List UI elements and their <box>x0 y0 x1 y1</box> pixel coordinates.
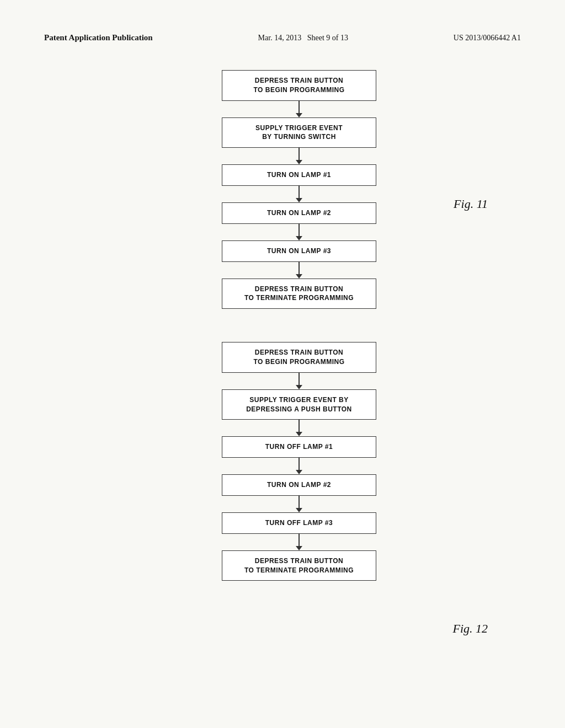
figure-12-label: Fig. 12 <box>452 622 488 636</box>
fig12-box-5: TURN OFF LAMP #3 <box>222 512 376 534</box>
fig12-box-3: TURN OFF LAMP #1 <box>222 436 376 458</box>
header-title: Patent Application Publication <box>44 33 153 42</box>
page-header: Patent Application Publication Mar. 14, … <box>44 33 521 42</box>
fig12-box-6: DEPRESS TRAIN BUTTONTO TERMINATE PROGRAM… <box>222 550 376 581</box>
fig11-arrow-3 <box>296 186 302 202</box>
fig12-arrow-5 <box>296 534 302 550</box>
fig12-arrow-2 <box>296 420 302 436</box>
fig11-box-2: SUPPLY TRIGGER EVENTBY TURNING SWITCH <box>222 117 376 148</box>
fig11-arrow-4 <box>296 224 302 240</box>
fig12-box-4: TURN ON LAMP #2 <box>222 474 376 496</box>
fig11-arrow-5 <box>296 262 302 279</box>
fig12-arrow-1 <box>296 373 302 389</box>
fig11-box-1: DEPRESS TRAIN BUTTONTO BEGIN PROGRAMMING <box>222 70 376 101</box>
fig11-box-4: TURN ON LAMP #2 <box>222 202 376 224</box>
fig12-box-2: SUPPLY TRIGGER EVENT BYDEPRESSING A PUSH… <box>222 389 376 420</box>
fig11-arrow-2 <box>296 148 302 164</box>
fig11-box-6: DEPRESS TRAIN BUTTONTO TERMINATE PROGRAM… <box>222 279 376 309</box>
fig12-arrow-3 <box>296 458 302 474</box>
fig11-arrow-1 <box>296 101 302 117</box>
fig11-box-3: TURN ON LAMP #1 <box>222 164 376 186</box>
flowchart-fig11: DEPRESS TRAIN BUTTONTO BEGIN PROGRAMMING… <box>77 70 521 309</box>
fig12-arrow-4 <box>296 496 302 512</box>
page: Patent Application Publication Mar. 14, … <box>0 0 565 728</box>
figure-11-label: Fig. 11 <box>454 197 488 211</box>
header-date: Mar. 14, 2013 Sheet 9 of 13 <box>258 34 348 42</box>
flowchart-fig12: DEPRESS TRAIN BUTTONTO BEGIN PROGRAMMING… <box>77 342 521 581</box>
fig12-box-1: DEPRESS TRAIN BUTTONTO BEGIN PROGRAMMING <box>222 342 376 373</box>
fig11-box-5: TURN ON LAMP #3 <box>222 240 376 262</box>
header-patent: US 2013/0066442 A1 <box>454 34 521 42</box>
